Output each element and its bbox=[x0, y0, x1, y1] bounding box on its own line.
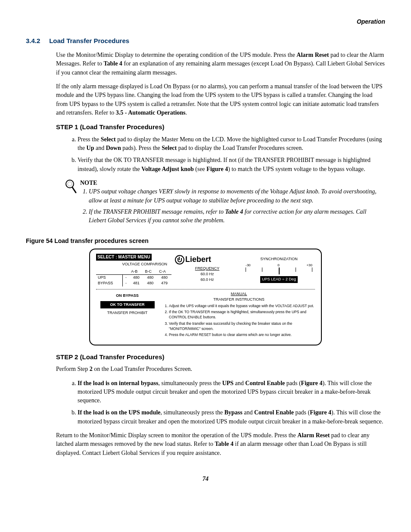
step2-heading: STEP 2 (Load Transfer Procedures) bbox=[56, 352, 385, 362]
list-item: Press the Select pad to display the Mast… bbox=[78, 135, 385, 153]
page-number: 74 bbox=[26, 475, 385, 483]
running-header: Operation bbox=[26, 17, 385, 26]
status-column: ON BYPASS OK TO TRANSFER TRANSFER PROHIB… bbox=[96, 291, 159, 339]
paragraph: If the only alarm message displayed is L… bbox=[56, 82, 385, 117]
magnifier-icon bbox=[65, 179, 80, 230]
step2-list: If the load is on internal bypass, simul… bbox=[65, 379, 385, 426]
instructions-heading: MANUAL TRANSFER INSTRUCTIONS bbox=[163, 291, 315, 302]
gauge-ticks bbox=[246, 268, 312, 274]
frequency-block: FREQUENCY 60.0 Hz 60.0 Hz bbox=[175, 266, 240, 283]
list-item: If the load is on the UPS module, simult… bbox=[78, 408, 385, 426]
ok-to-transfer-box: OK TO TRANSFER bbox=[100, 301, 155, 308]
section-number: 3.4.2 bbox=[26, 36, 47, 46]
instructions-list: Adjust the UPS voltage until it equals t… bbox=[169, 303, 315, 338]
screen-title: SELECT : MASTER MENU bbox=[96, 254, 152, 261]
section-title: Load Transfer Procedures bbox=[49, 37, 129, 44]
ups-lead-badge: UPS LEAD = 2 Deg bbox=[260, 276, 298, 283]
step1-list: Press the Select pad to display the Mast… bbox=[65, 135, 385, 174]
note-block: NOTE UPS output voltage changes VERY slo… bbox=[65, 179, 385, 230]
power-icon bbox=[175, 255, 184, 264]
list-item: Verify that the OK TO TRANSFER message i… bbox=[78, 156, 385, 174]
paragraph: Return to the Monitor/Mimic Display scre… bbox=[56, 431, 385, 457]
voltage-table: A-B B-C C-A UPS - 480 480 480 BYPASS - bbox=[96, 269, 171, 286]
note-label: NOTE bbox=[80, 179, 385, 187]
svg-point-0 bbox=[66, 180, 74, 188]
note-item: UPS output voltage changes VERY slowly i… bbox=[89, 187, 385, 205]
table-row: BYPASS - 481 480 479 bbox=[96, 280, 171, 286]
instructions-column: MANUAL TRANSFER INSTRUCTIONS Adjust the … bbox=[163, 291, 315, 339]
figure-caption: Figure 54 Load transfer procedures scree… bbox=[26, 236, 385, 245]
sync-label: SYNCHRONIZATION bbox=[243, 256, 315, 262]
on-bypass-label: ON BYPASS bbox=[96, 293, 159, 299]
step1-heading: STEP 1 (Load Transfer Procedures) bbox=[56, 122, 385, 132]
svg-line-2 bbox=[72, 187, 76, 193]
list-item: Verify that the transfer was successful … bbox=[169, 321, 315, 332]
lcd-screen: SELECT : MASTER MENU VOLTAGE COMPARISON … bbox=[89, 249, 322, 345]
list-item: If the load is on internal bypass, simul… bbox=[78, 379, 385, 405]
table-row: UPS - 480 480 480 bbox=[96, 275, 171, 281]
voltage-comparison-label: VOLTAGE COMPARISON bbox=[96, 261, 167, 267]
paragraph: Use the Monitor/Mimic Display to determi… bbox=[56, 51, 385, 77]
paragraph: Perform Step 2 on the Load Transfer Proc… bbox=[56, 365, 385, 373]
liebert-logo: Liebert bbox=[175, 254, 240, 265]
section-heading: 3.4.2 Load Transfer Procedures bbox=[26, 36, 385, 46]
list-item: Press the ALARM RESET button to clear al… bbox=[169, 332, 315, 337]
sync-gauge: -30 0 +30 bbox=[246, 263, 312, 268]
transfer-prohibit-label: TRANSFER PROHIBIT bbox=[96, 310, 159, 316]
note-item: If the TRANSFER PROHIBIT message remains… bbox=[89, 208, 385, 225]
svg-point-1 bbox=[68, 182, 72, 186]
list-item: If the OK TO TRANSFER message is highlig… bbox=[169, 309, 315, 320]
list-item: Adjust the UPS voltage until it equals t… bbox=[169, 303, 315, 308]
